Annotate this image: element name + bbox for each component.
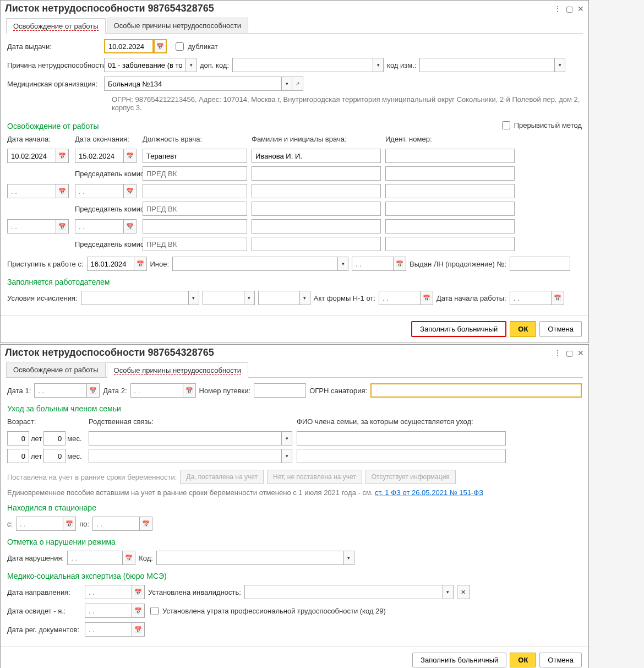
other-date[interactable] bbox=[352, 257, 393, 271]
date1-input[interactable] bbox=[34, 383, 86, 398]
chevron-down-icon[interactable]: ▾ bbox=[337, 257, 348, 271]
return-date[interactable] bbox=[87, 257, 134, 271]
tab-special[interactable]: Особые причины нетрудоспособности bbox=[107, 18, 248, 33]
chair3-pos[interactable] bbox=[143, 237, 247, 251]
chevron-down-icon[interactable]: ▾ bbox=[281, 77, 292, 91]
fill-button[interactable]: Заполнить больничный bbox=[412, 653, 506, 667]
chevron-down-icon[interactable]: ▾ bbox=[343, 551, 354, 565]
mse-exam-date[interactable] bbox=[85, 604, 132, 618]
duplicate-checkbox[interactable] bbox=[176, 42, 184, 51]
fill-button[interactable]: Заполнить больничный bbox=[411, 321, 506, 337]
r2-position[interactable] bbox=[143, 184, 247, 198]
age-years-2[interactable] bbox=[7, 449, 29, 463]
chair1-fio[interactable] bbox=[252, 166, 381, 181]
chevron-down-icon[interactable]: ▾ bbox=[281, 431, 292, 446]
calendar-icon[interactable]: 📅 bbox=[123, 184, 137, 198]
more-icon[interactable]: ⋮ bbox=[554, 4, 561, 13]
r3-fio[interactable] bbox=[252, 219, 381, 233]
mse-inv-select[interactable] bbox=[244, 585, 443, 599]
maximize-icon[interactable]: ▢ bbox=[566, 349, 573, 357]
issue-date-input[interactable] bbox=[104, 39, 154, 53]
viol-date[interactable] bbox=[67, 551, 122, 565]
r1-position[interactable] bbox=[143, 149, 247, 163]
san-ogrn-input[interactable] bbox=[370, 383, 582, 398]
r2-fio[interactable] bbox=[252, 184, 381, 198]
calendar-icon[interactable]: 📅 bbox=[132, 604, 145, 618]
calendar-icon[interactable]: 📅 bbox=[393, 257, 406, 271]
r1-ident[interactable] bbox=[385, 149, 515, 163]
r3-position[interactable] bbox=[143, 219, 247, 233]
calendar-icon[interactable]: 📅 bbox=[183, 383, 196, 398]
more-icon[interactable]: ⋮ bbox=[554, 349, 561, 357]
calendar-icon[interactable]: 📅 bbox=[56, 184, 69, 198]
calendar-icon[interactable]: 📅 bbox=[123, 219, 137, 233]
calendar-icon[interactable]: 📅 bbox=[154, 39, 167, 53]
rel-select-1[interactable] bbox=[89, 431, 281, 446]
issued-ln-input[interactable] bbox=[510, 257, 570, 271]
chevron-down-icon[interactable]: ▾ bbox=[185, 58, 197, 72]
calc2-select[interactable] bbox=[203, 291, 244, 305]
open-icon[interactable]: ↗ bbox=[292, 77, 303, 91]
calendar-icon[interactable]: 📅 bbox=[123, 149, 137, 163]
r3-end[interactable] bbox=[75, 219, 123, 233]
cancel-button[interactable]: Отмена bbox=[539, 321, 582, 337]
chevron-down-icon[interactable]: ▾ bbox=[554, 58, 565, 72]
workstart-date[interactable] bbox=[510, 291, 551, 305]
calendar-icon[interactable]: 📅 bbox=[56, 149, 69, 163]
maximize-icon[interactable]: ▢ bbox=[566, 4, 573, 13]
mse-ref-date[interactable] bbox=[85, 585, 132, 599]
tab-release[interactable]: Освобождение от работы bbox=[6, 18, 106, 34]
act-date[interactable] bbox=[379, 291, 420, 305]
r1-start[interactable] bbox=[7, 149, 56, 163]
chair2-fio[interactable] bbox=[252, 202, 381, 216]
calendar-icon[interactable]: 📅 bbox=[132, 585, 145, 599]
fam-fio-2[interactable] bbox=[297, 449, 506, 463]
chevron-down-icon[interactable]: ▾ bbox=[443, 585, 454, 599]
preg-law-link[interactable]: ст. 1 ФЗ от 26.05.2021 № 151-ФЗ bbox=[375, 488, 483, 497]
ok-button[interactable]: ОК bbox=[510, 321, 536, 337]
fam-fio-1[interactable] bbox=[297, 431, 506, 446]
r3-start[interactable] bbox=[7, 219, 56, 233]
chair3-ident[interactable] bbox=[385, 237, 515, 251]
calendar-icon[interactable]: 📅 bbox=[122, 551, 135, 565]
calendar-icon[interactable]: 📅 bbox=[63, 517, 76, 531]
hosp-from[interactable] bbox=[16, 517, 63, 531]
chair1-ident[interactable] bbox=[385, 166, 515, 181]
calendar-icon[interactable]: 📅 bbox=[134, 257, 147, 271]
chair1-pos[interactable] bbox=[143, 166, 247, 181]
other-select[interactable] bbox=[172, 257, 337, 271]
calendar-icon[interactable]: 📅 bbox=[86, 383, 100, 398]
close-icon[interactable]: ✕ bbox=[577, 349, 584, 357]
date2-input[interactable] bbox=[130, 383, 183, 398]
mse-reg-date[interactable] bbox=[85, 622, 132, 637]
r1-fio[interactable] bbox=[252, 149, 381, 163]
medorg-select[interactable] bbox=[104, 77, 281, 91]
calendar-icon[interactable]: 📅 bbox=[551, 291, 564, 305]
cancel-button[interactable]: Отмена bbox=[539, 653, 582, 667]
close-icon[interactable]: ✕ bbox=[577, 4, 584, 13]
r2-ident[interactable] bbox=[385, 184, 515, 198]
viol-code[interactable] bbox=[156, 551, 343, 565]
chgcode-select[interactable] bbox=[419, 58, 554, 72]
chevron-down-icon[interactable]: ▾ bbox=[281, 449, 292, 463]
calendar-icon[interactable]: 📅 bbox=[56, 219, 69, 233]
chevron-down-icon[interactable]: ▾ bbox=[299, 291, 310, 305]
r1-end[interactable] bbox=[75, 149, 123, 163]
reason-select[interactable] bbox=[104, 58, 185, 72]
chevron-down-icon[interactable]: ▾ bbox=[244, 291, 255, 305]
clear-icon[interactable]: ✕ bbox=[457, 585, 470, 599]
chevron-down-icon[interactable]: ▾ bbox=[188, 291, 199, 305]
tab-release[interactable]: Освобождение от работы bbox=[6, 362, 106, 377]
ok-button[interactable]: ОК bbox=[510, 653, 536, 667]
addcode-select[interactable] bbox=[232, 58, 373, 72]
chevron-down-icon[interactable]: ▾ bbox=[373, 58, 384, 72]
calendar-icon[interactable]: 📅 bbox=[420, 291, 433, 305]
hosp-to[interactable] bbox=[92, 517, 139, 531]
intermittent-checkbox[interactable] bbox=[502, 121, 510, 129]
age-months-2[interactable] bbox=[43, 449, 66, 463]
r2-start[interactable] bbox=[7, 184, 56, 198]
mse-loss-checkbox[interactable] bbox=[150, 607, 159, 615]
r3-ident[interactable] bbox=[385, 219, 515, 233]
chair3-fio[interactable] bbox=[252, 237, 381, 251]
chair2-pos[interactable] bbox=[143, 202, 247, 216]
